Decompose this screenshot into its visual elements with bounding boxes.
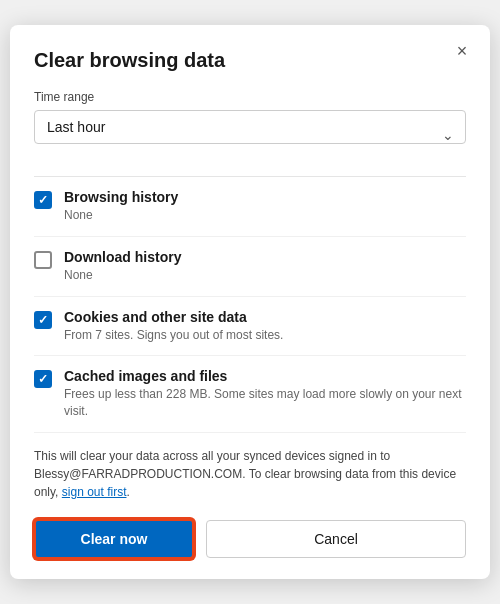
- cached-images-text: Cached images and files Frees up less th…: [64, 368, 466, 420]
- cookies-checkbox-wrapper[interactable]: [34, 311, 52, 329]
- clear-browsing-data-dialog: × Clear browsing data Time range Last ho…: [10, 25, 490, 579]
- sign-out-first-link[interactable]: sign out first: [62, 485, 127, 499]
- download-history-label: Download history: [64, 249, 181, 265]
- cookies-checkbox[interactable]: [34, 311, 52, 329]
- cancel-button[interactable]: Cancel: [206, 520, 466, 558]
- option-cookies: Cookies and other site data From 7 sites…: [34, 297, 466, 357]
- browsing-history-text: Browsing history None: [64, 189, 178, 224]
- time-range-wrapper: Last hour Last 24 hours Last 7 days Last…: [34, 110, 466, 160]
- options-area: Browsing history None Download history N…: [34, 177, 466, 433]
- browsing-history-checkbox-wrapper[interactable]: [34, 191, 52, 209]
- browsing-history-label: Browsing history: [64, 189, 178, 205]
- cached-images-checkbox[interactable]: [34, 370, 52, 388]
- download-history-checkbox-wrapper[interactable]: [34, 251, 52, 269]
- option-cached-images: Cached images and files Frees up less th…: [34, 356, 466, 433]
- browsing-history-desc: None: [64, 207, 178, 224]
- time-range-select[interactable]: Last hour Last 24 hours Last 7 days Last…: [34, 110, 466, 144]
- info-text-after-link: .: [127, 485, 130, 499]
- cookies-desc: From 7 sites. Signs you out of most site…: [64, 327, 283, 344]
- time-range-label: Time range: [34, 90, 466, 104]
- download-history-checkbox[interactable]: [34, 251, 52, 269]
- button-row: Clear now Cancel: [34, 519, 466, 559]
- option-download-history: Download history None: [34, 237, 466, 297]
- close-icon: ×: [457, 41, 468, 62]
- browsing-history-checkbox[interactable]: [34, 191, 52, 209]
- dialog-title: Clear browsing data: [34, 49, 466, 72]
- cached-images-desc: Frees up less than 228 MB. Some sites ma…: [64, 386, 466, 420]
- cached-images-label: Cached images and files: [64, 368, 466, 384]
- option-browsing-history: Browsing history None: [34, 177, 466, 237]
- close-button[interactable]: ×: [448, 37, 476, 65]
- download-history-desc: None: [64, 267, 181, 284]
- cookies-label: Cookies and other site data: [64, 309, 283, 325]
- cookies-text: Cookies and other site data From 7 sites…: [64, 309, 283, 344]
- clear-now-button[interactable]: Clear now: [34, 519, 194, 559]
- download-history-text: Download history None: [64, 249, 181, 284]
- info-text: This will clear your data across all you…: [34, 447, 466, 501]
- cached-images-checkbox-wrapper[interactable]: [34, 370, 52, 388]
